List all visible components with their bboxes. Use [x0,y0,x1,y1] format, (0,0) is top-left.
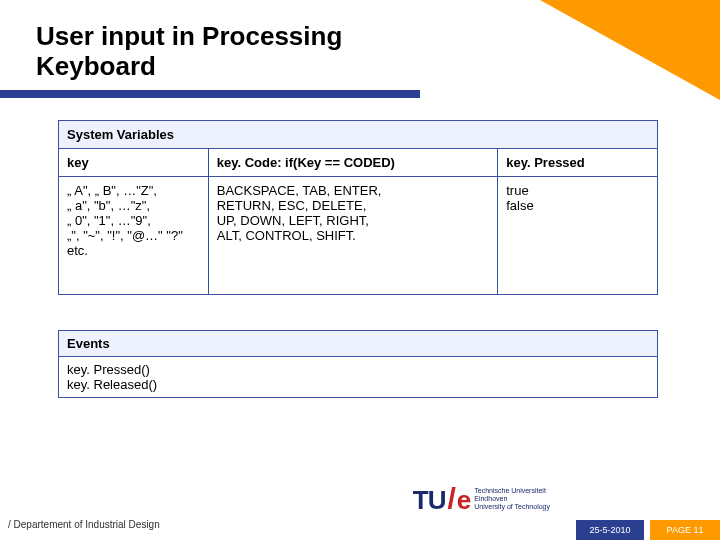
sysvars-col-key: key [59,149,209,177]
logo-slash-icon: / [447,482,454,515]
sysvars-keycode-values: BACKSPACE, TAB, ENTER, RETURN, ESC, DELE… [208,177,497,295]
sysvars-keypressed-values: true false [498,177,658,295]
footer-date: 25-5-2010 [576,520,644,540]
logo-tu: TU [413,485,446,515]
title-line2: Keyboard [36,51,156,81]
sysvars-col-keycode: key. Code: if(Key == CODED) [208,149,497,177]
events-table: Events key. Pressed() key. Released() [58,330,658,398]
footer-page: PAGE 11 [650,520,720,540]
title-line1: User input in Processing [36,21,342,51]
slide-footer: / Departement of Industrial Design TU/e … [0,506,720,540]
logo-mark: TU/e [413,482,470,516]
title-underline [0,90,420,98]
sysvars-col-keypressed: key. Pressed [498,149,658,177]
events-header: Events [59,331,658,357]
logo-subtitle: Technische Universiteit Eindhoven Univer… [474,487,550,510]
tue-logo: TU/e Technische Universiteit Eindhoven U… [413,482,550,516]
logo-e: e [457,485,470,515]
corner-accent [540,0,720,100]
department-label: / Departement of Industrial Design [8,519,160,530]
system-variables-table: System Variables key key. Code: if(Key =… [58,120,658,295]
events-body: key. Pressed() key. Released() [59,357,658,398]
sysvars-header: System Variables [59,121,658,149]
sysvars-key-values: „ A", „ B", …"Z", „ a", "b", …"z", „ 0",… [59,177,209,295]
